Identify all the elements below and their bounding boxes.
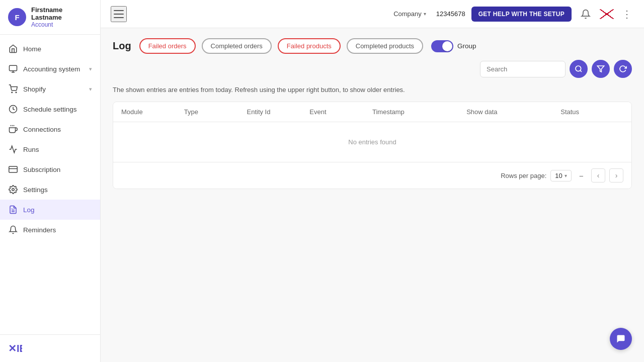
chat-icon xyxy=(616,334,626,344)
schedule-icon xyxy=(8,104,18,114)
sidebar-item-subscription-label: Subscription xyxy=(23,166,92,173)
sidebar-item-home[interactable]: Home xyxy=(0,39,100,59)
sidebar-item-subscription[interactable]: Subscription xyxy=(0,159,100,179)
username: Firstname Lastname xyxy=(31,6,92,21)
hamburger-line xyxy=(114,14,124,15)
filter-failed-products[interactable]: Failed products xyxy=(278,38,341,54)
table-header-timestamp: Timestamp xyxy=(372,108,466,116)
rows-per-page-label: Rows per page: xyxy=(501,172,546,179)
info-text: The shown entries are entries from today… xyxy=(113,86,632,94)
sidebar-item-runs-label: Runs xyxy=(23,146,92,153)
next-page-button[interactable]: › xyxy=(609,168,623,183)
pagination: Rows per page: 10 ▾ – ‹ › xyxy=(113,162,631,189)
notification-button[interactable] xyxy=(578,6,594,22)
table-header-module: Module xyxy=(121,108,184,116)
sidebar-item-reminders-label: Reminders xyxy=(23,226,92,234)
table-header-status: Status xyxy=(560,108,623,116)
sidebar-item-accounting[interactable]: Accounting system ▾ xyxy=(0,59,100,79)
home-icon xyxy=(8,44,18,54)
table-header: Module Type Entity Id Event Timestamp Sh… xyxy=(113,102,631,122)
svg-marker-15 xyxy=(597,66,604,72)
search-box xyxy=(480,60,632,78)
company-selector[interactable]: Company ▾ xyxy=(393,10,426,18)
chevron-down-icon: ▾ xyxy=(424,11,426,17)
reminders-icon xyxy=(8,225,18,235)
filter-completed-products[interactable]: Completed products xyxy=(347,38,423,54)
hamburger-button[interactable] xyxy=(111,6,127,22)
table-header-show-data: Show data xyxy=(466,108,560,116)
main-content: Company ▾ 12345678 GET HELP WITH THE SET… xyxy=(101,0,644,362)
settings-icon xyxy=(8,185,18,195)
sidebar-item-connections-label: Connections xyxy=(23,126,92,133)
refresh-button[interactable] xyxy=(614,60,632,78)
sidebar-item-settings[interactable]: Settings xyxy=(0,179,100,200)
search-button[interactable] xyxy=(570,60,588,78)
chevron-down-icon: ▾ xyxy=(89,66,92,72)
log-header: Log Failed orders Completed orders Faile… xyxy=(113,38,632,78)
log-table: Module Type Entity Id Event Timestamp Sh… xyxy=(113,102,632,189)
runs-icon xyxy=(8,144,18,154)
sidebar: F Firstname Lastname Account Home Accoun… xyxy=(0,0,101,362)
log-icon xyxy=(8,205,18,215)
svg-rect-0 xyxy=(10,65,17,71)
user-info: Firstname Lastname Account xyxy=(31,6,92,28)
toggle-knob xyxy=(442,41,452,51)
svg-rect-7 xyxy=(9,166,18,172)
company-label: Company xyxy=(393,10,422,18)
refresh-icon xyxy=(619,65,627,73)
svg-point-9 xyxy=(12,189,15,191)
bell-icon xyxy=(581,9,591,19)
svg-line-14 xyxy=(580,70,582,72)
sidebar-item-runs[interactable]: Runs xyxy=(0,139,100,159)
content-area: Log Failed orders Completed orders Faile… xyxy=(101,28,644,362)
logo-icon: ✕IEX xyxy=(8,343,22,354)
filter-completed-orders[interactable]: Completed orders xyxy=(202,38,272,54)
table-header-entity-id: Entity Id xyxy=(247,108,310,116)
table-header-type: Type xyxy=(184,108,247,116)
shopify-icon xyxy=(8,84,18,94)
logo: ✕IEX xyxy=(8,343,92,354)
chat-button[interactable] xyxy=(610,328,632,350)
more-options-button[interactable]: ⋮ xyxy=(620,7,634,21)
filter-button[interactable] xyxy=(592,60,610,78)
connections-icon xyxy=(8,124,18,134)
avatar: F xyxy=(8,8,26,26)
search-input[interactable] xyxy=(480,61,566,77)
sidebar-logo: ✕IEX xyxy=(0,334,100,362)
topbar: Company ▾ 12345678 GET HELP WITH THE SET… xyxy=(101,0,644,28)
svg-point-1 xyxy=(12,92,13,93)
sidebar-nav: Home Accounting system ▾ Shopify ▾ Sched… xyxy=(0,35,100,334)
hamburger-line xyxy=(114,17,124,18)
get-help-button[interactable]: GET HELP WITH THE SETUP xyxy=(471,7,572,22)
toggle-switch[interactable] xyxy=(431,40,453,52)
sidebar-item-settings-label: Settings xyxy=(23,186,92,194)
table-empty-message: No entries found xyxy=(113,122,631,162)
table-header-event: Event xyxy=(309,108,372,116)
sidebar-item-home-label: Home xyxy=(23,45,92,53)
svg-text:✕IEX: ✕IEX xyxy=(8,343,22,354)
filter-failed-orders[interactable]: Failed orders xyxy=(139,38,196,54)
filter-icon xyxy=(597,65,605,73)
sidebar-item-shopify[interactable]: Shopify ▾ xyxy=(0,79,100,99)
sidebar-header: F Firstname Lastname Account xyxy=(0,0,100,35)
page-title: Log xyxy=(113,40,131,52)
chevron-down-icon: ▾ xyxy=(89,86,92,93)
svg-point-13 xyxy=(576,66,581,71)
language-flag[interactable] xyxy=(600,9,614,19)
company-id: 12345678 xyxy=(436,10,465,18)
sidebar-item-accounting-label: Accounting system xyxy=(23,65,84,73)
hamburger-line xyxy=(114,10,124,11)
sidebar-item-schedule-label: Schedule settings xyxy=(23,106,92,113)
sidebar-item-connections[interactable]: Connections xyxy=(0,119,100,139)
page-info: – xyxy=(580,172,583,179)
sidebar-item-reminders[interactable]: Reminders xyxy=(0,220,100,240)
sidebar-item-schedule[interactable]: Schedule settings xyxy=(0,99,100,119)
accounting-icon xyxy=(8,64,18,74)
sidebar-item-log[interactable]: Log xyxy=(0,200,100,220)
prev-page-button[interactable]: ‹ xyxy=(591,168,605,183)
account-link[interactable]: Account xyxy=(31,21,92,28)
rows-per-page-select[interactable]: 10 ▾ xyxy=(550,170,571,182)
subscription-icon xyxy=(8,164,18,174)
sidebar-item-shopify-label: Shopify xyxy=(23,85,84,93)
group-toggle[interactable]: Group xyxy=(431,40,476,52)
